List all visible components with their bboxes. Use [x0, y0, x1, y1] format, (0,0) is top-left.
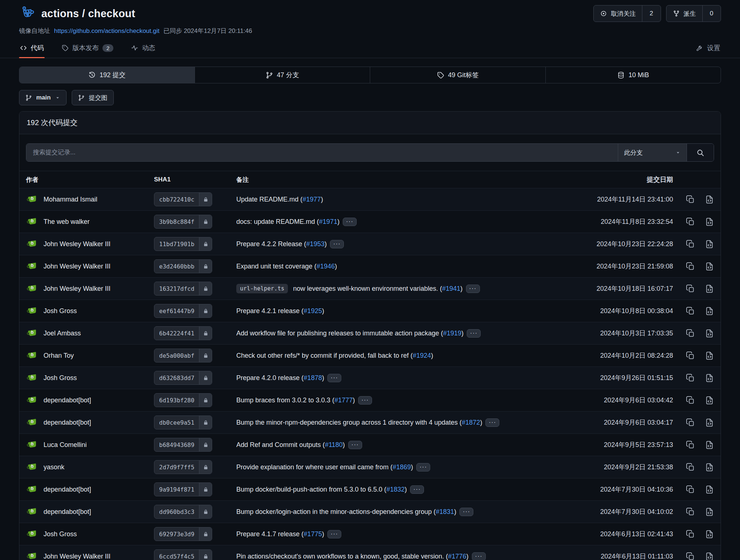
expand-commit-button[interactable]: ···: [343, 218, 357, 226]
pr-link[interactable]: #1775: [304, 530, 322, 538]
browse-source-button[interactable]: [705, 240, 714, 249]
watch-count[interactable]: 2: [642, 5, 660, 22]
commit-sha-badge[interactable]: eef61447b9: [154, 304, 212, 318]
pr-link[interactable]: #1831: [436, 508, 454, 515]
browse-source-button[interactable]: [705, 463, 714, 472]
tab-activity[interactable]: 动态: [130, 43, 156, 58]
browse-source-button[interactable]: [705, 217, 714, 226]
pr-link[interactable]: #1919: [443, 330, 461, 337]
copy-sha-button[interactable]: [686, 329, 695, 338]
copy-sha-button[interactable]: [686, 217, 695, 226]
copy-sha-button[interactable]: [686, 240, 695, 249]
expand-commit-button[interactable]: ···: [410, 485, 424, 494]
commit-sha-badge[interactable]: db0cee9a51: [154, 416, 212, 429]
copy-sha-button[interactable]: [686, 530, 695, 539]
fork-button[interactable]: 派生 0: [666, 5, 721, 22]
expand-commit-button[interactable]: ···: [327, 530, 341, 538]
pr-link[interactable]: #1953: [306, 240, 324, 248]
pr-link[interactable]: #1776: [448, 553, 466, 560]
stat-branches[interactable]: 47 分支: [195, 67, 370, 83]
commit-sha-badge[interactable]: 3b9b8c884f: [154, 215, 212, 229]
browse-source-button[interactable]: [705, 485, 714, 494]
copy-sha-button[interactable]: [686, 418, 695, 427]
copy-sha-button[interactable]: [686, 373, 695, 383]
copy-sha-button[interactable]: [686, 351, 695, 360]
browse-source-button[interactable]: [705, 262, 714, 271]
copy-sha-button[interactable]: [686, 552, 695, 560]
expand-commit-button[interactable]: ···: [459, 508, 473, 516]
commit-sha-badge[interactable]: 163217dfcd: [154, 282, 212, 296]
copy-sha-button[interactable]: [686, 307, 695, 316]
pr-link[interactable]: #1832: [386, 486, 405, 493]
search-input[interactable]: [26, 144, 618, 161]
tab-releases[interactable]: 版本发布 2: [61, 43, 114, 58]
copy-sha-button[interactable]: [686, 262, 695, 271]
pr-link[interactable]: #1941: [442, 285, 461, 292]
pr-link[interactable]: #1946: [316, 263, 335, 270]
copy-sha-button[interactable]: [686, 485, 695, 494]
browse-source-button[interactable]: [705, 440, 714, 450]
expand-commit-button[interactable]: ···: [472, 552, 486, 560]
browse-source-button[interactable]: [705, 552, 714, 560]
pr-link[interactable]: #1869: [392, 463, 411, 471]
tab-code[interactable]: 代码: [19, 43, 45, 58]
browse-source-button[interactable]: [705, 396, 714, 405]
expand-commit-button[interactable]: ···: [348, 441, 362, 449]
copy-sha-button[interactable]: [686, 507, 695, 516]
commit-sha-badge[interactable]: 692973e3d9: [154, 527, 212, 541]
pr-link[interactable]: #1878: [304, 374, 322, 382]
commit-sha-badge[interactable]: 2d7d9f7ff5: [154, 460, 212, 474]
pr-link[interactable]: #1777: [334, 396, 353, 404]
stat-tags[interactable]: 49 Git标签: [370, 67, 545, 83]
expand-commit-button[interactable]: ···: [466, 285, 480, 293]
commit-sha-badge[interactable]: dd960bd3c3: [154, 505, 212, 519]
expand-commit-button[interactable]: ···: [485, 418, 499, 427]
commit-sha-badge[interactable]: 11bd71901b: [154, 237, 212, 251]
commit-graph-button[interactable]: 提交图: [72, 90, 114, 105]
mirror-url-link[interactable]: https://github.com/actions/checkout.git: [54, 27, 159, 34]
pr-link[interactable]: #1180: [325, 441, 343, 448]
stat-size[interactable]: 10 MiB: [545, 67, 721, 83]
browse-source-button[interactable]: [705, 418, 714, 427]
copy-sha-button[interactable]: [686, 396, 695, 405]
watch-button[interactable]: 取消关注 2: [593, 5, 661, 22]
expand-commit-button[interactable]: ···: [330, 240, 344, 248]
browse-source-button[interactable]: [705, 351, 714, 360]
browse-source-button[interactable]: [705, 195, 714, 204]
browse-source-button[interactable]: [705, 307, 714, 316]
pr-link[interactable]: #1971: [319, 218, 337, 225]
browse-source-button[interactable]: [705, 284, 714, 293]
commit-sha-badge[interactable]: 9a9194f871: [154, 482, 212, 496]
commit-sha-badge[interactable]: 6b42224f41: [154, 326, 212, 340]
expand-commit-button[interactable]: ···: [467, 329, 481, 338]
stat-commits[interactable]: 192 提交: [19, 67, 195, 83]
branch-selector[interactable]: main: [19, 90, 67, 105]
expand-commit-button[interactable]: ···: [327, 374, 341, 382]
tab-settings[interactable]: 设置: [695, 43, 721, 58]
pr-link[interactable]: #1872: [462, 419, 480, 426]
fork-count[interactable]: 0: [702, 5, 721, 22]
branch-filter-select[interactable]: 此分支: [618, 144, 687, 161]
pr-link[interactable]: #1977: [303, 196, 321, 203]
fork-label: 派生: [684, 10, 696, 18]
commit-sha-badge[interactable]: cbb722410c: [154, 192, 212, 206]
browse-source-button[interactable]: [705, 373, 714, 383]
expand-commit-button[interactable]: ···: [358, 396, 372, 405]
copy-sha-button[interactable]: [686, 284, 695, 293]
pr-link[interactable]: #1924: [413, 352, 431, 359]
browse-source-button[interactable]: [705, 507, 714, 516]
copy-sha-button[interactable]: [686, 463, 695, 472]
commit-sha-badge[interactable]: 6ccd57f4c5: [154, 549, 212, 560]
browse-source-button[interactable]: [705, 329, 714, 338]
commit-sha-badge[interactable]: e3d2460bbb: [154, 259, 212, 273]
commit-sha-badge[interactable]: b684943689: [154, 438, 212, 452]
commit-sha-badge[interactable]: 6d193bf280: [154, 393, 212, 407]
browse-source-button[interactable]: [705, 530, 714, 539]
copy-sha-button[interactable]: [686, 195, 695, 204]
pr-link[interactable]: #1925: [304, 307, 322, 315]
copy-sha-button[interactable]: [686, 440, 695, 450]
commit-sha-badge[interactable]: de5a000abf: [154, 349, 212, 362]
expand-commit-button[interactable]: ···: [416, 463, 430, 471]
search-button[interactable]: [687, 144, 714, 161]
commit-sha-badge[interactable]: d632683dd7: [154, 371, 212, 385]
